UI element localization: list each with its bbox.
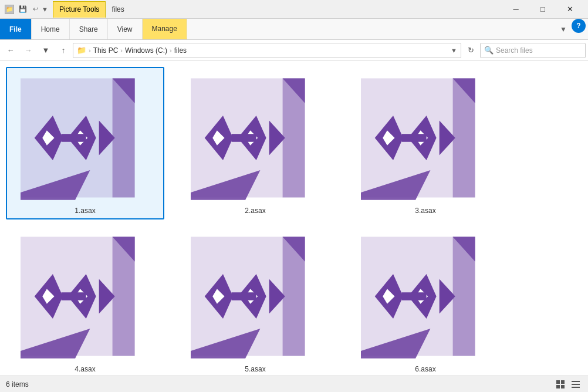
address-this-pc[interactable]: This PC bbox=[93, 46, 119, 55]
search-placeholder: Search files bbox=[496, 46, 533, 55]
search-box[interactable]: 🔍 Search files bbox=[480, 43, 586, 58]
maximize-button[interactable]: □ bbox=[529, 0, 556, 19]
status-bar: 6 items bbox=[0, 376, 588, 392]
svg-rect-63 bbox=[561, 385, 565, 388]
grid-view-button[interactable] bbox=[554, 378, 567, 391]
tab-home[interactable]: Home bbox=[32, 19, 70, 39]
title-controls: ─ □ ✕ bbox=[502, 0, 583, 19]
list-view-button[interactable] bbox=[569, 378, 582, 391]
svg-rect-19 bbox=[231, 134, 256, 142]
search-icon: 🔍 bbox=[484, 46, 494, 55]
file-label: 6.asax bbox=[415, 365, 435, 373]
list-view-icon bbox=[571, 380, 580, 389]
up-button[interactable]: ↑ bbox=[55, 42, 72, 59]
tab-view[interactable]: View bbox=[108, 19, 143, 39]
ribbon: File Home Share View Manage ▼ ? bbox=[0, 19, 588, 40]
svg-rect-29 bbox=[401, 134, 426, 142]
file-item[interactable]: 1.asax bbox=[6, 67, 164, 219]
file-thumbnail bbox=[12, 70, 158, 205]
main-content: 1.asax 2.asax bbox=[0, 61, 588, 376]
close-button[interactable]: ✕ bbox=[556, 0, 583, 19]
svg-rect-61 bbox=[561, 380, 565, 384]
svg-rect-39 bbox=[61, 292, 86, 300]
forward-button[interactable]: → bbox=[20, 42, 36, 59]
recent-locations-button[interactable]: ▼ bbox=[38, 42, 54, 59]
grid-view-icon bbox=[556, 380, 565, 389]
help-button[interactable]: ? bbox=[572, 19, 586, 33]
file-thumbnail bbox=[12, 229, 158, 364]
window-icon: 📁 bbox=[5, 5, 14, 14]
svg-rect-60 bbox=[556, 380, 560, 384]
minimize-button[interactable]: ─ bbox=[502, 0, 529, 19]
quick-access[interactable]: 💾 bbox=[16, 5, 29, 13]
svg-rect-64 bbox=[572, 381, 580, 382]
file-label: 3.asax bbox=[415, 207, 435, 215]
nav-bar: ← → ▼ ↑ 📁 › This PC › Windows (C:) › fil… bbox=[0, 40, 588, 61]
svg-rect-62 bbox=[556, 385, 560, 388]
folder-icon: 📁 bbox=[77, 46, 86, 55]
file-item[interactable]: 2.asax bbox=[176, 67, 334, 219]
undo-icon[interactable]: ↩ bbox=[32, 5, 39, 13]
file-item[interactable]: 4.asax bbox=[6, 225, 164, 376]
tab-manage[interactable]: Manage bbox=[143, 19, 187, 39]
file-item[interactable]: 6.asax bbox=[346, 225, 505, 376]
file-item[interactable]: 5.asax bbox=[176, 225, 334, 376]
file-thumbnail bbox=[353, 70, 498, 205]
address-windows-c[interactable]: Windows (C:) bbox=[125, 46, 167, 55]
svg-rect-59 bbox=[401, 292, 426, 300]
address-files: files bbox=[174, 46, 187, 55]
tab-file[interactable]: File bbox=[0, 19, 32, 39]
item-count: 6 items bbox=[6, 380, 29, 388]
tab-share[interactable]: Share bbox=[70, 19, 108, 39]
title-bar-icons: 📁 💾 ↩ ▼ bbox=[5, 5, 48, 14]
address-bar-dropdown[interactable]: ▼ bbox=[451, 47, 457, 54]
customize-icon[interactable]: ▼ bbox=[42, 6, 48, 13]
file-thumbnail bbox=[353, 229, 498, 364]
file-thumbnail bbox=[183, 70, 328, 205]
file-label: 5.asax bbox=[245, 365, 265, 373]
title-bar-name: Picture Tools files bbox=[48, 1, 502, 18]
file-label: 2.asax bbox=[245, 207, 265, 215]
svg-rect-49 bbox=[231, 292, 256, 300]
svg-rect-65 bbox=[572, 384, 580, 385]
svg-rect-66 bbox=[572, 387, 580, 388]
svg-rect-9 bbox=[61, 134, 86, 142]
files-title: files bbox=[111, 5, 124, 13]
address-bar[interactable]: 📁 › This PC › Windows (C:) › files ▼ bbox=[73, 43, 461, 58]
file-label: 1.asax bbox=[75, 207, 95, 215]
file-item[interactable]: 3.asax bbox=[346, 67, 505, 219]
status-right bbox=[554, 378, 582, 391]
file-thumbnail bbox=[183, 229, 328, 364]
title-bar: 📁 💾 ↩ ▼ Picture Tools files ─ □ ✕ bbox=[0, 0, 588, 19]
refresh-button[interactable]: ↻ bbox=[462, 42, 479, 59]
file-label: 4.asax bbox=[75, 365, 95, 373]
ribbon-expander[interactable]: ▼ bbox=[555, 19, 572, 39]
back-button[interactable]: ← bbox=[2, 42, 19, 59]
picture-tools-label: Picture Tools bbox=[53, 1, 106, 18]
